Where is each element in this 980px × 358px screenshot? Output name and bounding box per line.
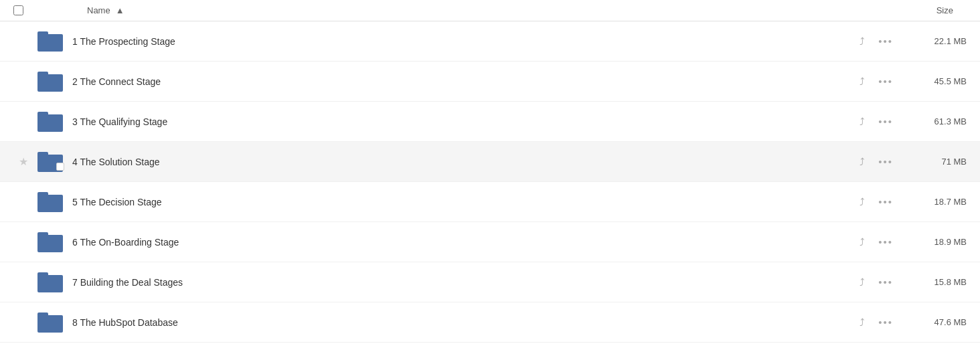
folder-icon-col [33,232,67,252]
folder-icon [37,112,63,132]
table-row[interactable]: ★4 The Solution Stage⤴•••71 MB [0,142,980,182]
folder-icon [37,192,63,212]
file-name[interactable]: 1 The Prospecting Stage [67,36,860,47]
table-row[interactable]: 6 The On-Boarding Stage⤴•••18.9 MB [0,222,980,262]
file-name[interactable]: 8 The HubSpot Database [67,317,860,328]
actions-col: ⤴••• [860,236,893,248]
folder-icon-col [33,312,67,333]
file-list: Name ▲ Size 1 The Prospecting Stage⤴•••2… [0,0,980,343]
share-icon[interactable]: ⤴ [860,156,865,167]
share-icon[interactable]: ⤴ [860,196,865,207]
folder-icon-col [33,31,67,52]
file-size: 15.8 MB [913,277,967,287]
more-options-icon[interactable]: ••• [878,196,893,207]
actions-col: ⤴••• [860,116,893,127]
rows-container: 1 The Prospecting Stage⤴•••22.1 MB2 The … [0,21,980,343]
actions-col: ⤴••• [860,35,893,47]
table-row[interactable]: 3 The Qualifying Stage⤴•••61.3 MB [0,102,980,142]
file-name[interactable]: 5 The Decision Stage [67,197,860,207]
share-icon[interactable]: ⤴ [860,35,865,47]
folder-icon-col [33,152,67,172]
more-options-icon[interactable]: ••• [878,76,893,87]
table-row[interactable]: 7 Building the Deal Stages⤴•••15.8 MB [0,262,980,302]
folder-icon [37,72,63,92]
file-name[interactable]: 2 The Connect Stage [67,76,860,87]
file-size: 71 MB [913,157,967,167]
more-options-icon[interactable]: ••• [878,156,893,167]
share-icon[interactable]: ⤴ [860,236,865,248]
folder-icon-col [33,272,67,292]
actions-col: ⤴••• [860,76,893,87]
folder-checkbox-overlay [56,163,64,171]
star-col: ★ [13,155,33,168]
folder-icon [37,31,63,52]
table-header: Name ▲ Size [0,0,980,21]
more-options-icon[interactable]: ••• [878,236,893,248]
folder-icon [37,232,63,252]
file-size: 18.7 MB [913,197,967,207]
actions-col: ⤴••• [860,196,893,207]
file-size: 45.5 MB [913,76,967,86]
more-options-icon[interactable]: ••• [878,317,893,328]
file-name[interactable]: 7 Building the Deal Stages [67,277,860,288]
share-icon[interactable]: ⤴ [860,276,865,288]
file-name[interactable]: 6 The On-Boarding Stage [67,237,860,248]
table-row[interactable]: 2 The Connect Stage⤴•••45.5 MB [0,62,980,102]
select-all-checkbox[interactable] [13,5,23,15]
folder-icon-col [33,112,67,132]
file-name[interactable]: 3 The Qualifying Stage [67,116,860,127]
more-options-icon[interactable]: ••• [878,116,893,127]
file-size: 61.3 MB [913,116,967,126]
file-size: 22.1 MB [913,36,967,46]
folder-icon-col [33,72,67,92]
share-icon[interactable]: ⤴ [860,76,865,87]
header-size-col: Size [900,5,967,15]
share-icon[interactable]: ⤴ [860,317,865,328]
more-options-icon[interactable]: ••• [878,276,893,288]
name-column-label: Name [87,5,110,15]
header-checkbox-col [13,5,33,15]
file-name[interactable]: 4 The Solution Stage [67,157,860,167]
actions-col: ⤴••• [860,156,893,167]
more-options-icon[interactable]: ••• [878,35,893,47]
file-size: 18.9 MB [913,237,967,247]
sort-arrow-icon: ▲ [116,5,125,15]
header-name-col[interactable]: Name ▲ [87,5,819,15]
folder-icon [37,312,63,333]
file-size: 47.6 MB [913,317,967,327]
folder-icon [37,152,63,172]
share-icon[interactable]: ⤴ [860,116,865,127]
table-row[interactable]: 8 The HubSpot Database⤴•••47.6 MB [0,302,980,343]
table-row[interactable]: 5 The Decision Stage⤴•••18.7 MB [0,182,980,222]
folder-icon-col [33,192,67,212]
actions-col: ⤴••• [860,317,893,328]
actions-col: ⤴••• [860,276,893,288]
folder-icon [37,272,63,292]
table-row[interactable]: 1 The Prospecting Stage⤴•••22.1 MB [0,21,980,62]
